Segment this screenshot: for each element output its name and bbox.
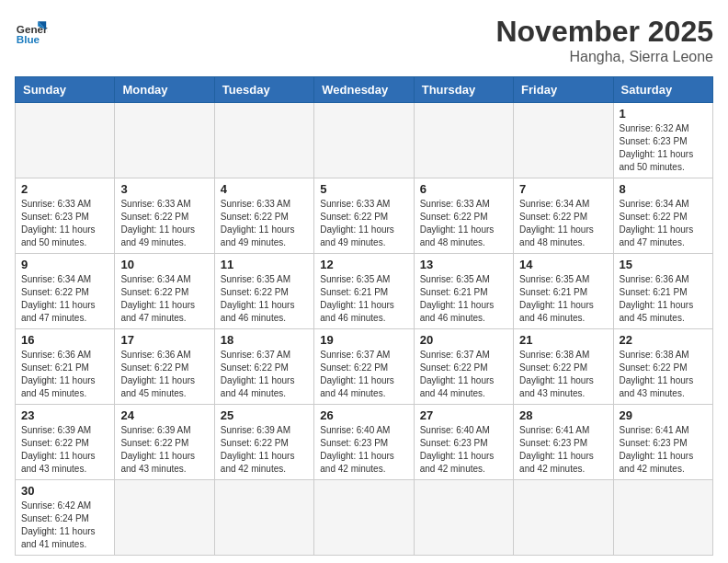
calendar-week-row: 16Sunrise: 6:36 AM Sunset: 6:21 PM Dayli…: [16, 329, 713, 405]
day-info: Sunrise: 6:42 AM Sunset: 6:24 PM Dayligh…: [21, 500, 108, 551]
calendar-cell: [214, 103, 313, 178]
calendar-week-row: 30Sunrise: 6:42 AM Sunset: 6:24 PM Dayli…: [16, 480, 713, 556]
day-info: Sunrise: 6:33 AM Sunset: 6:22 PM Dayligh…: [420, 198, 507, 249]
calendar-cell: [514, 480, 613, 556]
calendar-cell: 7Sunrise: 6:34 AM Sunset: 6:22 PM Daylig…: [514, 178, 613, 254]
calendar-cell: [414, 103, 513, 178]
weekday-header-thursday: Thursday: [414, 77, 513, 103]
day-number: 8: [620, 182, 707, 196]
month-title: November 2025: [495, 15, 713, 49]
day-info: Sunrise: 6:37 AM Sunset: 6:22 PM Dayligh…: [420, 349, 507, 400]
day-info: Sunrise: 6:39 AM Sunset: 6:22 PM Dayligh…: [120, 424, 208, 476]
day-info: Sunrise: 6:32 AM Sunset: 6:23 PM Dayligh…: [620, 122, 707, 174]
calendar-cell: 29Sunrise: 6:41 AM Sunset: 6:23 PM Dayli…: [613, 405, 712, 480]
weekday-header-wednesday: Wednesday: [314, 77, 414, 103]
day-number: 12: [320, 258, 407, 271]
day-info: Sunrise: 6:36 AM Sunset: 6:21 PM Dayligh…: [21, 349, 108, 400]
calendar-cell: 13Sunrise: 6:35 AM Sunset: 6:21 PM Dayli…: [414, 254, 513, 329]
day-info: Sunrise: 6:37 AM Sunset: 6:22 PM Dayligh…: [221, 349, 308, 400]
calendar-cell: 11Sunrise: 6:35 AM Sunset: 6:22 PM Dayli…: [214, 254, 313, 329]
calendar-cell: 23Sunrise: 6:39 AM Sunset: 6:22 PM Dayli…: [16, 405, 115, 480]
weekday-header-tuesday: Tuesday: [214, 77, 313, 103]
day-number: 23: [21, 408, 108, 422]
day-number: 22: [620, 333, 707, 347]
day-number: 13: [420, 258, 507, 271]
calendar-cell: [16, 103, 115, 178]
day-info: Sunrise: 6:33 AM Sunset: 6:22 PM Dayligh…: [320, 198, 407, 249]
calendar-cell: 27Sunrise: 6:40 AM Sunset: 6:23 PM Dayli…: [414, 405, 513, 480]
svg-text:Blue: Blue: [17, 33, 40, 45]
day-info: Sunrise: 6:33 AM Sunset: 6:23 PM Dayligh…: [21, 198, 108, 249]
calendar-cell: [613, 480, 712, 556]
day-number: 1: [620, 107, 707, 121]
day-number: 16: [21, 333, 108, 347]
calendar-week-row: 23Sunrise: 6:39 AM Sunset: 6:22 PM Dayli…: [16, 405, 713, 480]
calendar-cell: 8Sunrise: 6:34 AM Sunset: 6:22 PM Daylig…: [613, 178, 712, 254]
page-header: General Blue November 2025 Hangha, Sierr…: [15, 15, 713, 65]
day-info: Sunrise: 6:33 AM Sunset: 6:22 PM Dayligh…: [221, 198, 308, 249]
day-number: 17: [120, 333, 208, 347]
day-info: Sunrise: 6:35 AM Sunset: 6:22 PM Dayligh…: [221, 273, 308, 325]
location-title: Hangha, Sierra Leone: [495, 49, 713, 65]
day-info: Sunrise: 6:37 AM Sunset: 6:22 PM Dayligh…: [320, 349, 407, 400]
day-info: Sunrise: 6:38 AM Sunset: 6:22 PM Dayligh…: [620, 349, 707, 400]
calendar-cell: 10Sunrise: 6:34 AM Sunset: 6:22 PM Dayli…: [115, 254, 214, 329]
calendar-cell: 1Sunrise: 6:32 AM Sunset: 6:23 PM Daylig…: [613, 103, 712, 178]
calendar-table: SundayMondayTuesdayWednesdayThursdayFrid…: [15, 76, 713, 556]
logo: General Blue: [15, 15, 48, 48]
calendar-cell: [314, 103, 414, 178]
day-info: Sunrise: 6:40 AM Sunset: 6:23 PM Dayligh…: [320, 424, 407, 476]
calendar-cell: 3Sunrise: 6:33 AM Sunset: 6:22 PM Daylig…: [115, 178, 214, 254]
day-info: Sunrise: 6:35 AM Sunset: 6:21 PM Dayligh…: [420, 273, 507, 325]
calendar-cell: [115, 480, 214, 556]
day-number: 28: [519, 408, 607, 422]
calendar-cell: 25Sunrise: 6:39 AM Sunset: 6:22 PM Dayli…: [214, 405, 313, 480]
day-number: 2: [21, 182, 108, 196]
calendar-cell: 6Sunrise: 6:33 AM Sunset: 6:22 PM Daylig…: [414, 178, 513, 254]
calendar-cell: [115, 103, 214, 178]
calendar-cell: 20Sunrise: 6:37 AM Sunset: 6:22 PM Dayli…: [414, 329, 513, 405]
calendar-cell: 21Sunrise: 6:38 AM Sunset: 6:22 PM Dayli…: [514, 329, 613, 405]
day-info: Sunrise: 6:41 AM Sunset: 6:23 PM Dayligh…: [620, 424, 707, 476]
calendar-cell: 14Sunrise: 6:35 AM Sunset: 6:21 PM Dayli…: [514, 254, 613, 329]
day-number: 29: [620, 408, 707, 422]
day-info: Sunrise: 6:39 AM Sunset: 6:22 PM Dayligh…: [221, 424, 308, 476]
weekday-header-row: SundayMondayTuesdayWednesdayThursdayFrid…: [16, 77, 713, 103]
calendar-cell: 30Sunrise: 6:42 AM Sunset: 6:24 PM Dayli…: [16, 480, 115, 556]
day-info: Sunrise: 6:40 AM Sunset: 6:23 PM Dayligh…: [420, 424, 507, 476]
weekday-header-friday: Friday: [514, 77, 613, 103]
calendar-cell: 9Sunrise: 6:34 AM Sunset: 6:22 PM Daylig…: [16, 254, 115, 329]
day-number: 21: [519, 333, 607, 347]
day-number: 27: [420, 408, 507, 422]
day-info: Sunrise: 6:36 AM Sunset: 6:22 PM Dayligh…: [120, 349, 208, 400]
day-number: 19: [320, 333, 407, 347]
calendar-cell: 17Sunrise: 6:36 AM Sunset: 6:22 PM Dayli…: [115, 329, 214, 405]
day-info: Sunrise: 6:34 AM Sunset: 6:22 PM Dayligh…: [21, 273, 108, 325]
day-number: 25: [221, 408, 308, 422]
day-info: Sunrise: 6:34 AM Sunset: 6:22 PM Dayligh…: [120, 273, 208, 325]
day-number: 10: [120, 258, 208, 271]
calendar-cell: [514, 103, 613, 178]
day-number: 9: [21, 258, 108, 271]
calendar-cell: 16Sunrise: 6:36 AM Sunset: 6:21 PM Dayli…: [16, 329, 115, 405]
calendar-cell: 5Sunrise: 6:33 AM Sunset: 6:22 PM Daylig…: [314, 178, 414, 254]
day-number: 30: [21, 484, 108, 498]
day-number: 4: [221, 182, 308, 196]
day-number: 20: [420, 333, 507, 347]
day-info: Sunrise: 6:33 AM Sunset: 6:22 PM Dayligh…: [120, 198, 208, 249]
calendar-week-row: 9Sunrise: 6:34 AM Sunset: 6:22 PM Daylig…: [16, 254, 713, 329]
day-info: Sunrise: 6:34 AM Sunset: 6:22 PM Dayligh…: [519, 198, 607, 249]
calendar-cell: 12Sunrise: 6:35 AM Sunset: 6:21 PM Dayli…: [314, 254, 414, 329]
calendar-week-row: 2Sunrise: 6:33 AM Sunset: 6:23 PM Daylig…: [16, 178, 713, 254]
day-number: 14: [519, 258, 607, 271]
day-number: 24: [120, 408, 208, 422]
calendar-cell: 26Sunrise: 6:40 AM Sunset: 6:23 PM Dayli…: [314, 405, 414, 480]
day-info: Sunrise: 6:41 AM Sunset: 6:23 PM Dayligh…: [519, 424, 607, 476]
day-number: 6: [420, 182, 507, 196]
calendar-cell: [414, 480, 513, 556]
day-number: 15: [620, 258, 707, 271]
day-info: Sunrise: 6:39 AM Sunset: 6:22 PM Dayligh…: [21, 424, 108, 476]
day-number: 3: [120, 182, 208, 196]
day-info: Sunrise: 6:34 AM Sunset: 6:22 PM Dayligh…: [620, 198, 707, 249]
day-info: Sunrise: 6:35 AM Sunset: 6:21 PM Dayligh…: [320, 273, 407, 325]
